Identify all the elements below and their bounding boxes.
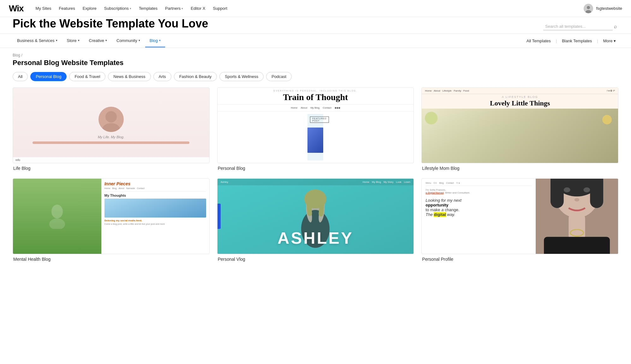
template-name-life-blog: Life Blog [13, 166, 210, 171]
template-card-lifestyle[interactable]: Home · About · Lifestyle · Family · Food… [421, 87, 618, 171]
filter-personal-blog[interactable]: Personal Blog [30, 72, 67, 81]
nav-support[interactable]: Support [210, 4, 230, 13]
nav-right: fsgtestwebsite [584, 4, 622, 13]
nav-my-sites[interactable]: My Sites [33, 4, 55, 13]
breadcrumb: Blog / [0, 48, 631, 59]
view-button-personal-blog[interactable]: View [316, 120, 342, 131]
search-input[interactable] [543, 23, 613, 30]
template-card-vlog[interactable]: Ashley HomeMy BlogMy StoryLookLearn ASHL… [217, 178, 414, 262]
template-thumb-life-blog[interactable]: My Life. My Blog. Info Edit View [13, 87, 210, 163]
nav-features[interactable]: Features [56, 4, 78, 13]
svg-point-1 [587, 6, 590, 9]
edit-button-lifestyle[interactable]: Edit [493, 120, 517, 130]
edit-button-life-blog[interactable]: Edit [85, 120, 108, 130]
cat-blank-templates[interactable]: Blank Templates [559, 37, 594, 45]
edit-button-profile[interactable]: Edit [493, 211, 517, 221]
template-thumb-profile[interactable]: MenuCVBlogContactf t ♦ I'm Sofia Frances… [421, 178, 618, 254]
template-name-mental: Mental Health Blog [13, 257, 210, 262]
edit-button-personal-blog[interactable]: Edit [289, 120, 312, 130]
view-button-lifestyle[interactable]: View [521, 120, 547, 131]
page-hero-title: Pick the Website Template You Love [13, 17, 543, 30]
template-card-life-blog[interactable]: My Life. My Blog. Info Edit View Life Bl… [13, 87, 210, 171]
template-name-lifestyle: Lifestyle Mom Blog [421, 166, 618, 171]
nav-editor-x[interactable]: Editor X [188, 4, 208, 13]
template-name-profile: Personal Profile [421, 257, 618, 262]
hero-title-area: Pick the Website Template You Love [13, 17, 543, 30]
cat-more[interactable]: More ▾ [601, 37, 618, 45]
template-thumb-lifestyle[interactable]: Home · About · Lifestyle · Family · Food… [421, 87, 618, 163]
page-title: Personal Blog Website Templates [0, 59, 631, 72]
filter-news-business[interactable]: News & Business [108, 72, 151, 81]
view-button-vlog[interactable]: View [316, 211, 342, 222]
cat-business-services[interactable]: Business & Services ▾ [13, 34, 62, 47]
filter-sports-wellness[interactable]: Sports & Wellness [219, 72, 264, 81]
nav-explore[interactable]: Explore [80, 4, 100, 13]
cat-nav-right: All Templates | Blank Templates | More ▾ [524, 37, 618, 45]
nav-username: fsgtestwebsite [596, 6, 622, 11]
filter-podcast[interactable]: Podcast [266, 72, 292, 81]
template-thumb-mental[interactable]: Inner Pieces HomeBlogAboutNamasteContact… [13, 178, 210, 254]
cat-creative[interactable]: Creative ▾ [85, 34, 111, 47]
cat-blog[interactable]: Blog ▾ [145, 34, 165, 47]
cat-all-templates[interactable]: All Templates [524, 37, 553, 45]
cat-store[interactable]: Store ▾ [63, 34, 84, 47]
template-card-personal-blog[interactable]: EVERYTHING IS PERSONAL. INCLUDING THIS B… [217, 87, 414, 171]
view-button-life-blog[interactable]: View [112, 120, 138, 131]
edit-button-vlog[interactable]: Edit [289, 211, 312, 221]
view-button-profile[interactable]: View [521, 211, 547, 222]
avatar[interactable] [584, 4, 593, 13]
top-nav: Wix My Sites Features Explore Subscripti… [0, 0, 631, 17]
cat-community[interactable]: Community ▾ [112, 34, 145, 47]
breadcrumb-parent[interactable]: Blog [13, 53, 20, 57]
nav-links: My Sites Features Explore Subscriptions … [33, 4, 584, 13]
hero-row: Pick the Website Template You Love ⌕ [0, 17, 631, 33]
template-card-mental[interactable]: Inner Pieces HomeBlogAboutNamasteContact… [13, 178, 210, 262]
template-name-personal-blog: Personal Blog [217, 166, 414, 171]
template-name-vlog: Personal Vlog [217, 257, 414, 262]
search-wrap: ⌕ [543, 23, 618, 30]
filter-pills: All Personal Blog Food & Travel News & B… [0, 72, 631, 87]
filter-food-travel[interactable]: Food & Travel [69, 72, 105, 81]
nav-templates[interactable]: Templates [136, 4, 161, 13]
wix-logo: Wix [9, 3, 24, 14]
search-button[interactable]: ⌕ [613, 24, 618, 29]
filter-all[interactable]: All [13, 72, 28, 81]
view-button-mental[interactable]: View [112, 211, 138, 222]
category-nav: Business & Services ▾ Store ▾ Creative ▾… [0, 33, 631, 48]
filter-arts[interactable]: Arts [153, 72, 171, 81]
cat-nav-left: Business & Services ▾ Store ▾ Creative ▾… [13, 34, 524, 47]
nav-subscriptions[interactable]: Subscriptions ▾ [101, 4, 134, 13]
edit-button-mental[interactable]: Edit [85, 211, 108, 221]
filter-fashion-beauty[interactable]: Fashion & Beauty [174, 72, 217, 81]
nav-partners[interactable]: Partners ▾ [162, 4, 186, 13]
template-thumb-vlog[interactable]: Ashley HomeMy BlogMy StoryLookLearn ASHL… [217, 178, 414, 254]
template-thumb-personal-blog[interactable]: EVERYTHING IS PERSONAL. INCLUDING THIS B… [217, 87, 414, 163]
template-card-profile[interactable]: MenuCVBlogContactf t ♦ I'm Sofia Frances… [421, 178, 618, 262]
templates-grid: My Life. My Blog. Info Edit View Life Bl… [0, 87, 631, 274]
